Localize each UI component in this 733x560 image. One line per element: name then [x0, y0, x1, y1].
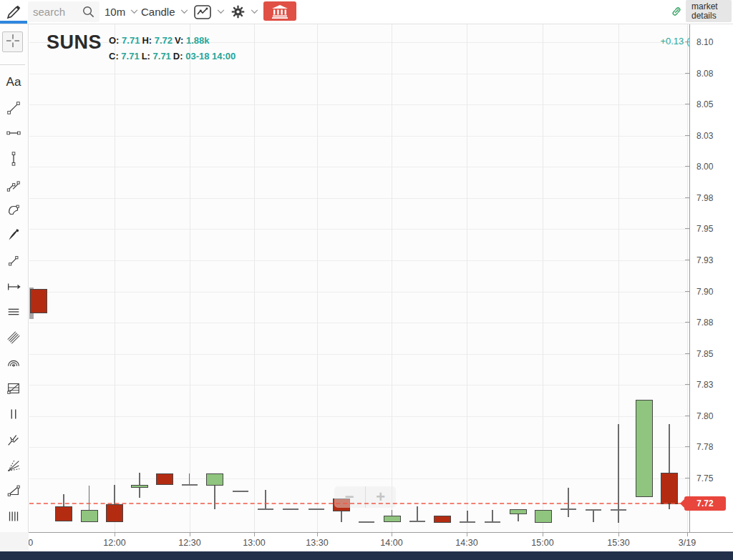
sidebar-divider — [0, 64, 25, 65]
sidebar-tool-vertical-segment[interactable] — [0, 148, 27, 170]
settings-dropdown[interactable] — [230, 0, 258, 24]
price-tick-label: 7.78 — [696, 442, 713, 452]
candle-doji-dash — [258, 509, 273, 510]
gann-fan-icon — [6, 458, 21, 473]
candle-wick — [417, 506, 418, 521]
pencil-icon — [5, 4, 22, 21]
sidebar-tool-ray[interactable] — [0, 250, 27, 272]
grid-line-vertical — [687, 24, 688, 532]
price-axis-tick — [685, 73, 690, 74]
grid-line-horizontal — [29, 292, 689, 293]
price-axis[interactable]: 8.108.088.058.038.007.987.957.937.907.88… — [689, 24, 733, 532]
sidebar-tool-two-vertical-lines[interactable] — [0, 403, 27, 425]
sidebar-tool-pitchfork[interactable] — [0, 429, 27, 451]
grid-line-vertical — [317, 24, 318, 532]
link-icon[interactable] — [670, 4, 683, 19]
price-tick-label: 7.80 — [696, 411, 713, 421]
candle-doji-dash — [460, 521, 475, 523]
last-price-tag: 7.72 — [684, 496, 726, 511]
time-tick-label: 12:00 — [103, 538, 125, 548]
sidebar-tool-gann-fan[interactable] — [0, 455, 27, 476]
chevron-down-icon — [130, 9, 138, 14]
bottom-status-bar — [0, 551, 733, 560]
ohlc-field-value: 7.71 — [122, 35, 140, 46]
grid-line-horizontal — [29, 167, 689, 167]
grid-line-vertical — [467, 24, 467, 532]
price-tick-label: 8.05 — [696, 99, 713, 109]
chevron-down-icon — [251, 9, 258, 14]
chart-type-dropdown[interactable]: Candle — [141, 0, 188, 24]
active-tab-indicator — [0, 21, 27, 24]
search-input[interactable]: search — [28, 1, 99, 22]
timeframe-value: 10m — [105, 6, 125, 18]
time-tick-label: 3/19 — [679, 538, 696, 548]
grid-line-horizontal — [29, 136, 689, 137]
price-tick-label: 8.10 — [696, 37, 713, 47]
sidebar-tool-parallel-segments[interactable] — [0, 174, 27, 195]
sidebar-tool-polygon[interactable] — [0, 200, 27, 221]
price-axis-tick — [685, 197, 690, 198]
sidebar-tool-brush[interactable] — [0, 225, 27, 246]
candle-body — [81, 510, 98, 522]
bank-icon — [271, 4, 288, 19]
chevron-down-icon — [217, 9, 225, 14]
candle-body — [535, 510, 552, 523]
ohlc-field-label: C: — [109, 51, 121, 62]
ohlc-field-label: O: — [109, 35, 122, 46]
crosshair-tool-button[interactable] — [2, 31, 23, 52]
price-axis-tick — [685, 478, 690, 478]
ohlc-field-label: D: — [173, 51, 185, 62]
indicators-dropdown[interactable] — [193, 0, 225, 24]
price-tick-label: 7.83 — [696, 380, 713, 390]
draw-tools-tab[interactable] — [0, 0, 27, 24]
candle-body — [661, 473, 678, 504]
candle-doji-dash — [182, 484, 198, 486]
candle-wick — [265, 490, 266, 509]
sidebar-tool-trend-line[interactable] — [0, 97, 27, 119]
sidebar-tool-triangle[interactable] — [0, 480, 27, 501]
candle-body — [55, 506, 72, 521]
time-axis-tick — [467, 533, 467, 536]
price-axis-tick — [685, 135, 690, 136]
sidebar-tool-four-vertical-lines[interactable] — [0, 506, 27, 527]
last-price-line — [29, 503, 689, 504]
ohlc-field-value: 03-18 14:00 — [185, 51, 236, 62]
zoom-out-button[interactable]: − — [334, 486, 365, 508]
line-chart-icon — [193, 4, 212, 21]
sidebar-tool-text[interactable]: Aa — [0, 72, 27, 93]
time-tick-label: 14:30 — [455, 538, 477, 548]
time-tick-label: 11:30 — [29, 538, 33, 548]
price-axis-tick — [685, 384, 690, 385]
candle-body — [30, 289, 47, 313]
market-details-button[interactable]: market details — [686, 0, 732, 22]
candle-doji-dash — [586, 509, 601, 511]
ohlc-field-value: 1.88k — [186, 35, 210, 46]
zoom-in-button[interactable]: + — [366, 486, 397, 508]
timeframe-dropdown[interactable]: 10m — [105, 0, 138, 24]
grid-line-horizontal — [29, 416, 689, 417]
chart-plot-area[interactable]: −+ — [29, 24, 689, 532]
price-tick-label: 7.93 — [696, 255, 713, 265]
candle-body — [434, 516, 451, 523]
sidebar-tool-hatched-band[interactable] — [0, 327, 27, 348]
parallel-segments-icon — [6, 177, 21, 192]
ohlc-line1: O: 7.71H: 7.72V: 1.88k — [109, 35, 409, 51]
time-axis[interactable]: 11:3012:0012:3013:0013:3014:0014:3015:00… — [29, 532, 733, 551]
time-tick-label: 13:30 — [306, 538, 328, 548]
sidebar-tool-extended-arrow[interactable] — [0, 276, 27, 298]
time-tick-label: 13:00 — [243, 538, 265, 548]
time-tick-label: 12:30 — [178, 538, 200, 548]
sidebar-tool-parallel-channel[interactable] — [0, 301, 27, 323]
grid-line-vertical — [392, 24, 392, 532]
candle-body — [384, 516, 401, 522]
sidebar-tool-fib-grid[interactable] — [0, 378, 27, 399]
sidebar-tool-horizontal-segment[interactable] — [0, 122, 27, 144]
axis-corner — [0, 532, 29, 551]
bank-button[interactable] — [263, 1, 296, 21]
price-axis-tick — [685, 446, 690, 447]
grid-line-vertical — [543, 24, 543, 532]
price-axis-tick — [685, 228, 690, 229]
sidebar-tool-arcs[interactable] — [0, 353, 27, 374]
chart-type-value: Candle — [141, 6, 175, 18]
grid-line-horizontal — [29, 385, 689, 385]
